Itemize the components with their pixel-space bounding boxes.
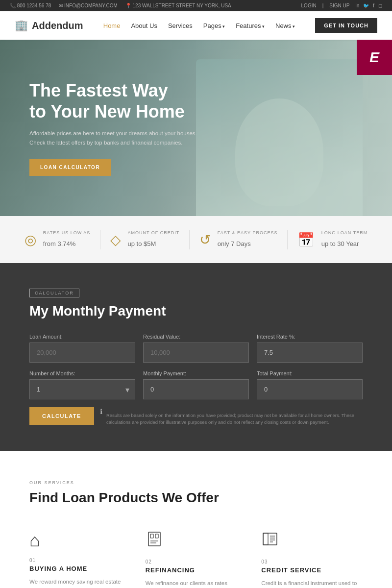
calculator-top-row: Loan Amount: Residual Value: Interest Ra… (29, 334, 363, 363)
stat-rates: ◎ RATES US LOW AS from 3.74% (24, 230, 90, 249)
interest-rate-label: Interest Rate %: (257, 334, 363, 340)
credit-service-desc: Credit is a financial instrument used to… (261, 579, 363, 588)
svg-rect-2 (155, 534, 158, 538)
stat-process-value: only 7 Days (218, 236, 278, 249)
logo-text: Addendum (32, 20, 83, 31)
elementor-badge: E (357, 40, 392, 75)
services-heading: Find Loan Products We Offer (29, 490, 363, 506)
term-icon: 📅 (297, 232, 315, 248)
svg-rect-6 (263, 533, 268, 545)
calculator-section: CALCULATOR My Monthly Payment Loan Amoun… (0, 263, 392, 451)
info-icon: ℹ (100, 408, 102, 416)
logo: 🏢 Addendum (15, 19, 83, 32)
topbar-phone: 📞 800 1234 56 78 (10, 3, 51, 8)
nav-links: Home About Us Services Pages Features Ne… (103, 22, 295, 29)
buying-home-title: BUYING A HOME (29, 565, 131, 572)
residual-value-field: Residual Value: (143, 334, 249, 363)
stat-credit: ◇ AMOUNT OF CREDIT up to $5M (110, 230, 180, 249)
stat-divider-2 (189, 230, 190, 249)
buying-home-num: 01 (29, 558, 131, 563)
topbar-address: 📍 123 WALLSTREET STREET NY YORK, USA (125, 3, 231, 8)
loan-amount-label: Loan Amount: (29, 334, 135, 340)
nav-news[interactable]: News (275, 22, 295, 29)
social-facebook[interactable]: f (373, 3, 374, 8)
social-instagram[interactable]: ◻ (378, 3, 382, 8)
services-section: OUR SERVICES Find Loan Products We Offer… (0, 451, 392, 588)
stat-rates-value: from 3.74% (43, 236, 90, 249)
num-months-field: Number of Months: 16122436 (29, 370, 135, 399)
interest-rate-input[interactable] (257, 343, 363, 363)
svg-rect-1 (150, 534, 153, 538)
hero-heading: The Fastest Way to Your New Home (29, 80, 206, 122)
buying-home-desc: We reward money saving real estate progr… (29, 577, 131, 588)
nav-services[interactable]: Services (168, 22, 193, 29)
calculator-bottom-row: Number of Months: 16122436 Monthly Payme… (29, 370, 363, 399)
refinancing-title: REFINANCING (146, 566, 247, 574)
stat-rates-label: RATES US LOW AS (43, 230, 90, 235)
stat-term: 📅 LONG LOAN TERM up to 30 Year (297, 230, 368, 249)
hero-content: The Fastest Way to Your New Home Afforda… (0, 80, 235, 176)
nav-pages[interactable]: Pages (203, 22, 225, 29)
stat-term-value: up to 30 Year (321, 236, 368, 249)
social-twitter[interactable]: 🐦 (363, 3, 369, 8)
topbar: 📞 800 1234 56 78 ✉ INFO@COMPANY.COM 📍 12… (0, 0, 392, 11)
social-linkedin[interactable]: in (355, 3, 359, 8)
num-months-select[interactable]: 16122436 (29, 379, 135, 399)
monthly-payment-label: Monthly Payment: (143, 370, 249, 376)
nav-features[interactable]: Features (236, 22, 265, 29)
stat-divider-1 (100, 230, 100, 249)
total-payment-field: Total Payment: (257, 370, 363, 399)
num-months-label: Number of Months: (29, 370, 135, 376)
hero-subtext: Affordable prices are here to meet your … (29, 129, 206, 147)
refinancing-desc: We refinance our clients as rates change… (146, 579, 247, 588)
monthly-payment-field: Monthly Payment: (143, 370, 249, 399)
loan-calculator-button[interactable]: LOAN CALCULATOR (29, 159, 111, 176)
total-payment-label: Total Payment: (257, 370, 363, 376)
topbar-signup[interactable]: SIGN UP (329, 3, 349, 8)
buying-home-icon: ⌂ (29, 530, 131, 551)
nav-home[interactable]: Home (103, 22, 121, 29)
service-credit: 03 CREDIT SERVICE Credit is a financial … (261, 525, 363, 588)
stat-credit-value: up to $5M (128, 236, 180, 249)
stat-process: ↺ FAST & EASY PROCESS only 7 Days (199, 230, 278, 249)
interest-rate-field: Interest Rate %: (257, 334, 363, 363)
service-buying-home: ⌂ 01 BUYING A HOME We reward money savin… (29, 525, 131, 588)
credit-service-num: 03 (261, 559, 363, 564)
services-badge: OUR SERVICES (29, 480, 363, 485)
credit-icon: ◇ (110, 232, 121, 248)
logo-icon: 🏢 (15, 19, 28, 32)
stat-divider-3 (287, 230, 288, 249)
stat-term-label: LONG LOAN TERM (321, 230, 368, 235)
calculator-heading: My Monthly Payment (29, 303, 363, 319)
navbar: 🏢 Addendum Home About Us Services Pages … (0, 11, 392, 40)
calculate-button[interactable]: CALCULATE (29, 407, 94, 425)
get-in-touch-button[interactable]: GET IN TOUCH (315, 18, 377, 33)
service-refinancing: 02 REFINANCING We refinance our clients … (146, 525, 247, 588)
svg-rect-5 (263, 533, 277, 545)
credit-service-icon (261, 530, 363, 552)
monthly-payment-input (143, 379, 249, 399)
loan-amount-field: Loan Amount: (29, 334, 135, 363)
residual-value-label: Residual Value: (143, 334, 249, 340)
topbar-login[interactable]: LOGIN (301, 3, 317, 8)
loan-amount-input[interactable] (29, 343, 135, 363)
residual-value-input[interactable] (143, 343, 249, 363)
nav-about[interactable]: About Us (131, 22, 157, 29)
stat-credit-label: AMOUNT OF CREDIT (128, 230, 180, 235)
topbar-email: ✉ INFO@COMPANY.COM (59, 3, 117, 8)
process-icon: ↺ (199, 232, 211, 248)
total-payment-input (257, 379, 363, 399)
calculator-badge: CALCULATOR (29, 289, 79, 297)
services-grid: ⌂ 01 BUYING A HOME We reward money savin… (29, 525, 363, 588)
rates-icon: ◎ (24, 232, 36, 248)
calculator-disclaimer: Results are based solely on the informat… (106, 412, 363, 426)
credit-service-title: CREDIT SERVICE (261, 566, 363, 574)
calculator-footer: CALCULATE ℹ Results are based solely on … (29, 407, 363, 426)
stat-process-label: FAST & EASY PROCESS (218, 230, 278, 235)
refinancing-num: 02 (146, 559, 247, 564)
refinancing-icon (146, 530, 247, 552)
stats-bar: ◎ RATES US LOW AS from 3.74% ◇ AMOUNT OF… (0, 216, 392, 263)
hero-section: The Fastest Way to Your New Home Afforda… (0, 40, 392, 216)
